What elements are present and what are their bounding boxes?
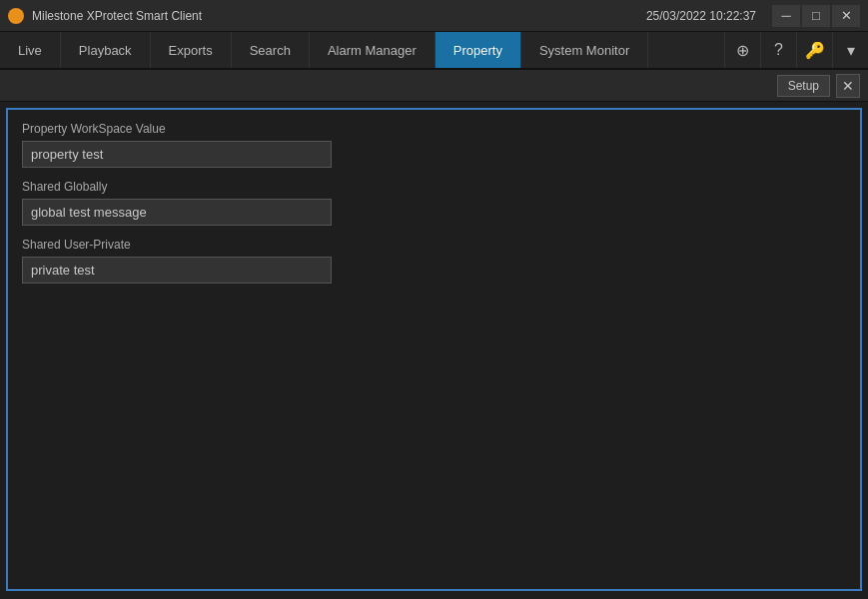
- navigation-bar: Live Playback Exports Search Alarm Manag…: [0, 32, 868, 70]
- shared-user-private-input[interactable]: [22, 257, 332, 284]
- close-button[interactable]: ✕: [832, 5, 860, 27]
- dropdown-icon-button[interactable]: ▾: [832, 32, 868, 68]
- tab-exports[interactable]: Exports: [151, 32, 232, 68]
- tab-property[interactable]: Property: [435, 32, 521, 68]
- toolbar: Setup ✕: [0, 70, 868, 102]
- maximize-button[interactable]: □: [802, 5, 830, 27]
- field1-label: Property WorkSpace Value: [22, 122, 846, 136]
- app-title: Milestone XProtect Smart Client: [32, 9, 646, 23]
- tab-playback[interactable]: Playback: [61, 32, 151, 68]
- vpn-icon-button[interactable]: ⊕: [724, 32, 760, 68]
- tab-system-monitor[interactable]: System Monitor: [521, 32, 648, 68]
- setup-button[interactable]: Setup: [777, 75, 830, 97]
- tab-live[interactable]: Live: [0, 32, 61, 68]
- minimize-button[interactable]: ─: [772, 5, 800, 27]
- titlebar: Milestone XProtect Smart Client 25/03/20…: [0, 0, 868, 32]
- property-workspace-input[interactable]: [22, 141, 332, 168]
- main-content: Property WorkSpace Value Shared Globally…: [6, 108, 862, 591]
- field3-label: Shared User-Private: [22, 238, 846, 252]
- shared-globally-input[interactable]: [22, 199, 332, 226]
- key-icon-button[interactable]: 🔑: [796, 32, 832, 68]
- tab-search[interactable]: Search: [232, 32, 310, 68]
- nav-spacer: [648, 32, 724, 68]
- app-logo: [8, 8, 24, 24]
- window-controls: ─ □ ✕: [772, 5, 860, 27]
- close-view-button[interactable]: ✕: [836, 74, 860, 98]
- help-icon-button[interactable]: ?: [760, 32, 796, 68]
- tab-alarm-manager[interactable]: Alarm Manager: [310, 32, 435, 68]
- field2-label: Shared Globally: [22, 180, 846, 194]
- datetime-display: 25/03/2022 10:22:37: [646, 9, 756, 23]
